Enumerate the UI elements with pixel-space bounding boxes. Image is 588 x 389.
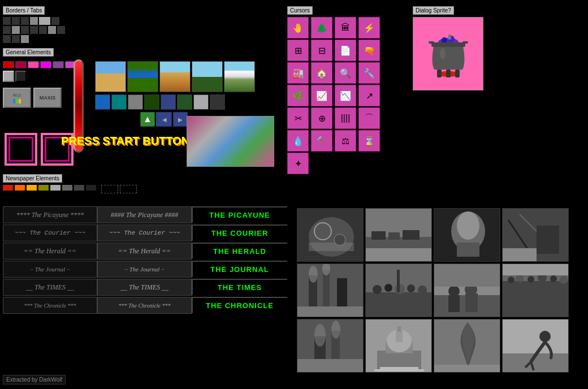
herald-green-text: THE HERALD [213,247,266,256]
landscape-tile-sm-gray [128,94,143,110]
svg-rect-63 [503,264,569,275]
svg-rect-15 [309,243,354,251]
pixel-cell [3,35,11,43]
ne-swatch-7 [74,185,84,191]
picayune-green-text: THE PICAYUNE [209,211,270,219]
herald-green[interactable]: THE HERALD [192,243,288,260]
photo-svg-4 [503,209,569,262]
cursor-tree: 🌲 [311,17,332,38]
rci-label: RCI [13,93,21,98]
ne-swatch-2 [15,185,25,191]
times-text-2: __ The TIMES __ [120,283,168,292]
courier-dark: ~~~ The Courier ~~~ [3,224,97,241]
pixel-cell [3,26,11,34]
chronicle-green-text: THE CHRONICLE [206,301,274,310]
swatch-pink [28,61,39,68]
picayune-medium: #### The Picayune #### [97,206,192,223]
rci-r-bar [13,99,15,103]
cursor-drop2: 💧 [287,130,309,152]
pixel-cell [21,26,29,34]
landscape-tiles-row2 [95,94,225,110]
svg-rect-69 [297,359,364,373]
newspaper-row-times: __ The TIMES __ __ The TIMES __ THE TIME… [3,279,291,296]
svg-point-57 [508,276,514,283]
borders-tabs-section: Borders / Tabs [3,5,68,43]
pixel-cell [21,17,29,25]
photo-fire [434,208,500,262]
svg-point-27 [457,211,479,240]
maxis-button[interactable]: MAXIS [33,88,62,108]
ne-dashed-1 [101,185,118,193]
courier-green[interactable]: THE COURIER [192,224,288,241]
svg-point-38 [309,266,318,283]
newspaper-elements-section: Newspaper Elements [3,172,286,193]
cursor-arrow: ↗ [358,85,380,106]
landscape-tile-river [127,61,158,92]
svg-rect-77 [380,367,418,369]
swatch-magenta [40,61,51,68]
cursor-icon-grid: 🤚 🌲 🏛 ⚡ ⊞ ⊟ 📄 🔫 🏭 🏠 🔍 🔧 🌿 📈 📉 ↗ ✂ ⊕ ||||… [287,17,400,174]
journal-text-2: ·· The Journal ·· [125,266,165,273]
ne-swatch-3 [27,185,37,191]
landscape-tile-sm-blue [95,94,110,110]
cursor-hand: 🤚 [287,17,309,38]
pixel-cell [30,17,38,25]
photo-svg-2 [366,209,432,262]
svg-point-42 [373,285,382,294]
photo-svg-8 [503,264,569,317]
svg-rect-52 [448,295,460,312]
cursor-curve: ⌒ [358,107,380,129]
journal-green[interactable]: THE JOURNAL [192,261,288,278]
courier-text-2: ~~~ The Courier ~~~ [109,230,180,236]
svg-rect-32 [503,248,537,262]
extracted-text: Extracted by DarkWolf [6,377,62,383]
ne-swatch-6 [62,185,72,191]
newspaper-elements-label: Newspaper Elements [3,174,62,183]
newspaper-row-journal: ·· The Journal ·· ·· The Journal ·· THE … [3,261,291,278]
maxis-label: MAXIS [40,95,56,101]
cursor-crosshair: ⊕ [311,107,332,129]
cursor-document: 📄 [335,40,356,61]
chronicle-green[interactable]: THE CHRONICLE [192,297,288,314]
svg-point-17 [334,234,345,245]
border-pixel-grid [3,17,68,43]
rci-maxis-buttons: RCI MAXIS [3,88,62,108]
photo-protest [365,263,432,317]
newspaper-names-section: **** The Picayune **** #### The Picayune… [3,206,291,315]
landscape-tile-sm-silver [193,94,209,110]
cursor-balance: ⚖ [335,130,356,152]
chronicle-medium: *** The Chronicle *** [97,297,192,314]
herald-medium: == The Herald == [97,243,192,260]
cauldron-svg [426,31,471,82]
arrow-up-icon: ▲ [140,112,155,127]
cursor-misc: ✦ [287,153,309,174]
photo-crowd [502,263,569,317]
photo-capitol [365,319,432,373]
svg-rect-22 [403,230,420,240]
landscape-tile-sm-charcoal [210,94,225,110]
journal-green-text: THE JOURNAL [210,265,269,274]
city-overlay [187,116,274,166]
landscape-tile-sm-dark [177,94,192,110]
picayune-green[interactable]: THE PICAYUNE [192,206,288,223]
photo-svg-9 [297,319,364,373]
svg-rect-21 [388,232,400,240]
svg-point-46 [418,286,427,295]
press-start-text: PRESS START BUTTON [61,135,189,148]
chronicle-text-2: *** The Chronicle *** [118,302,170,309]
photo-industrial2 [297,319,364,373]
landscape-tile-trees [192,61,223,92]
rci-button[interactable]: RCI [3,88,31,108]
svg-rect-12 [448,34,451,39]
svg-point-62 [560,276,568,284]
journal-text-1: ·· The Journal ·· [31,266,70,273]
inner-pink-border [8,137,33,162]
times-dark: __ The TIMES __ [3,279,97,296]
times-green[interactable]: THE TIMES [192,279,288,296]
picayune-text-2: #### The Picayune #### [111,211,179,219]
svg-rect-36 [337,278,347,309]
journal-medium: ·· The Journal ·· [97,261,192,278]
pixel-cell [51,17,59,25]
cursor-wrench2: 🔨 [311,130,332,152]
svg-point-16 [314,223,331,240]
